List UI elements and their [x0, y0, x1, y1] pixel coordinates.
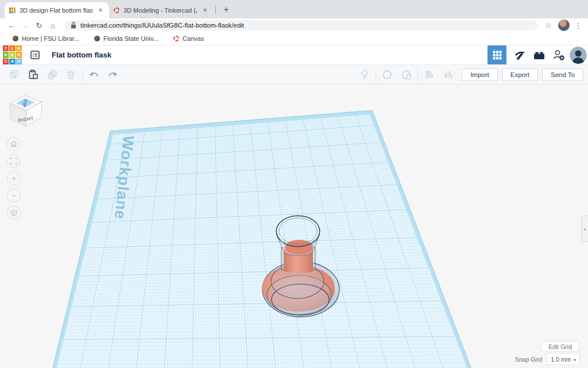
dashboard-grid-button[interactable]: [488, 45, 506, 64]
zoom-out-button[interactable]: −: [7, 189, 21, 202]
bookmark-label: Home | FSU Librar...: [22, 35, 79, 42]
url-text: tinkercad.com/things/lUUulaSfG8C-flat-bo…: [80, 22, 244, 29]
back-icon[interactable]: ←: [6, 21, 17, 30]
bookmark-star-icon[interactable]: ☆: [543, 21, 554, 30]
zoom-in-button[interactable]: +: [7, 171, 21, 185]
tab-title: 3D Modeling - Tinkercad (Jour: [123, 7, 197, 14]
caret-up-icon: ▴: [574, 357, 576, 362]
reload-icon[interactable]: ↻: [33, 21, 45, 30]
new-tab-button[interactable]: +: [220, 3, 233, 16]
fsu-favicon: [13, 36, 18, 41]
bookmarks-bar: Home | FSU Librar... Florida State Univ.…: [0, 32, 588, 45]
redo-icon[interactable]: [103, 68, 122, 82]
add-person-icon[interactable]: [549, 49, 568, 61]
undo-icon[interactable]: [84, 68, 103, 82]
canvas-favicon: [114, 7, 119, 13]
panel-collapse-toggle[interactable]: ‹: [581, 216, 588, 242]
tab-close-icon[interactable]: ×: [201, 6, 209, 14]
tab-title: 3D design Flat bottom flask | T: [20, 7, 92, 14]
bookmark-label: Canvas: [183, 35, 204, 42]
design-title[interactable]: Flat bottom flask: [52, 51, 111, 59]
forward-icon[interactable]: →: [20, 21, 31, 30]
snap-grid-label: Snap Grid: [515, 356, 542, 363]
copy-icon[interactable]: [5, 68, 24, 82]
bookmark-label: Florida State Univ...: [103, 35, 158, 42]
show-hidden-bulb-icon[interactable]: [355, 68, 374, 82]
duplicate-icon[interactable]: [42, 68, 61, 82]
tab-close-icon[interactable]: ×: [96, 6, 105, 14]
perspective-toggle-button[interactable]: [7, 206, 21, 220]
paste-icon[interactable]: [24, 68, 42, 82]
bookmark-item[interactable]: Canvas: [173, 35, 204, 42]
align-icon[interactable]: [420, 68, 439, 82]
bookmark-item[interactable]: Home | FSU Librar...: [13, 35, 79, 42]
browser-window: 3D design Flat bottom flask | T × 3D Mod…: [0, 0, 588, 368]
view-controls: + −: [7, 137, 21, 220]
workplane[interactable]: Workplane: [51, 110, 474, 368]
canvas-favicon: [173, 36, 179, 41]
fsu-favicon: [94, 36, 100, 41]
edit-grid-button[interactable]: Edit Grid: [541, 341, 579, 352]
mirror-icon[interactable]: [439, 68, 458, 82]
snap-grid-value: 1.0 mm: [551, 356, 571, 363]
workplane-scene[interactable]: Workplane: [0, 85, 588, 368]
browser-tab-strip: 3D design Flat bottom flask | T × 3D Mod…: [0, 0, 588, 18]
design-properties-icon[interactable]: [25, 51, 45, 59]
tinkercad-favicon: [9, 7, 16, 14]
viewport-3d[interactable]: Workplane TOP: [0, 85, 588, 368]
grid-icon: [493, 51, 502, 60]
toolbar-divider: [417, 68, 418, 81]
home-icon[interactable]: ⌂: [47, 21, 59, 30]
brick-icon[interactable]: [529, 50, 549, 60]
edit-toolbar: Import Export Send To: [0, 65, 588, 85]
browser-toolbar: ← → ↻ ⌂ tinkercad.com/things/lUUulaSfG8C…: [0, 18, 588, 32]
bookmark-item[interactable]: Florida State Univ...: [94, 35, 158, 42]
tab-divider: [215, 5, 216, 14]
view-cube[interactable]: TOP RIGHT: [9, 92, 43, 128]
snap-grid-select[interactable]: 1.0 mm ▴: [547, 353, 580, 365]
browser-tab-inactive[interactable]: 3D Modeling - Tinkercad (Jour ×: [109, 2, 214, 18]
snap-grid-control: Snap Grid 1.0 mm ▴: [515, 353, 580, 365]
delete-icon[interactable]: [61, 68, 80, 82]
browser-menu-icon[interactable]: ⋮: [574, 21, 582, 30]
padlock-icon: [71, 22, 76, 29]
browser-profile-avatar[interactable]: [558, 20, 570, 31]
toolbar-divider: [376, 68, 376, 81]
header-actions: [488, 45, 588, 64]
tinker-pickaxe-icon[interactable]: [510, 49, 529, 62]
tinkercad-logo[interactable]: TINKERCAD: [3, 45, 22, 64]
toolbar-divider: [82, 68, 83, 81]
fit-view-button[interactable]: [7, 154, 21, 168]
send-to-button[interactable]: Send To: [542, 68, 583, 81]
user-avatar[interactable]: [570, 47, 587, 64]
ungroup-icon[interactable]: [397, 68, 416, 82]
export-button[interactable]: Export: [502, 68, 538, 81]
home-view-button[interactable]: [7, 137, 21, 151]
import-button[interactable]: Import: [462, 68, 498, 81]
toolbar-right-group: Import Export Send To: [355, 68, 583, 82]
group-icon[interactable]: [378, 68, 397, 82]
tinkercad-header: TINKERCAD Flat bottom flask: [0, 45, 588, 65]
url-bar[interactable]: tinkercad.com/things/lUUulaSfG8C-flat-bo…: [64, 20, 537, 30]
browser-tab-active[interactable]: 3D design Flat bottom flask | T ×: [5, 2, 109, 18]
